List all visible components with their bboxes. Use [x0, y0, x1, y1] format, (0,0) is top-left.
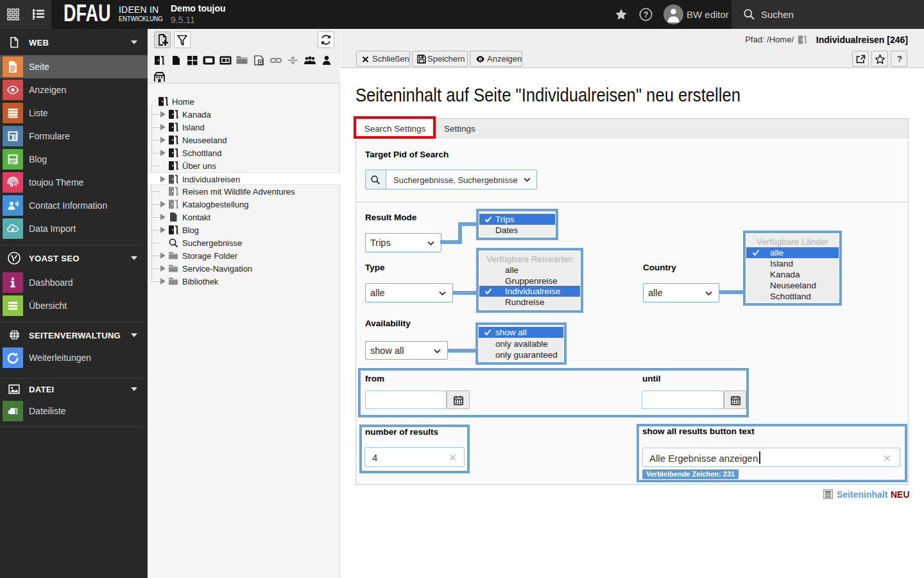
svg-text:?: ?	[644, 10, 649, 19]
